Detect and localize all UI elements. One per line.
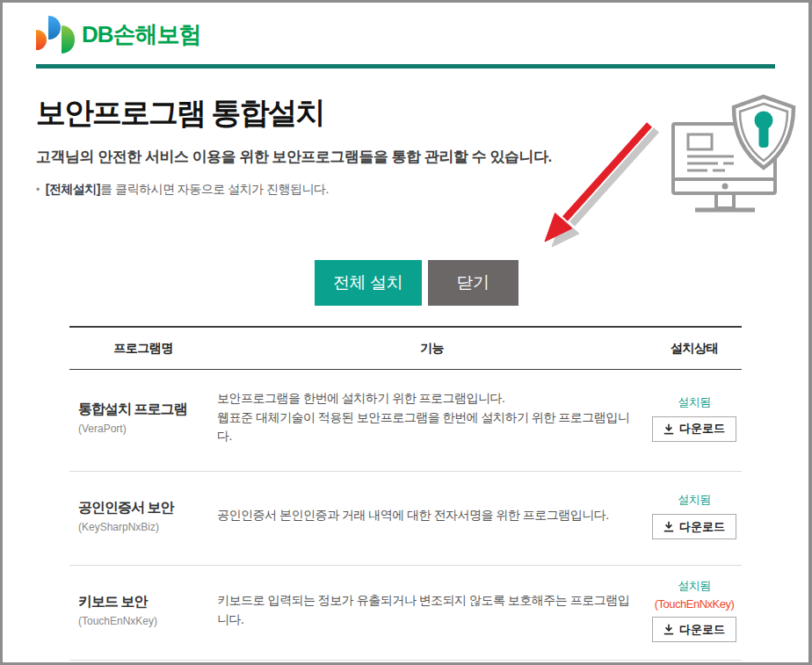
program-function-cell: 공인인증서 본인인증과 거래 내역에 대한 전자서명을 위한 프로그램입니다. <box>217 506 647 525</box>
column-header-program-name: 프로그램명 <box>69 341 217 357</box>
program-description-line: 웹표준 대체기술이 적용된 보안프로그램을 한번에 설치하기 위한 프로그램입니… <box>217 408 636 446</box>
action-buttons: 전체 설치 닫기 <box>36 260 775 306</box>
table-header-row: 프로그램명 기능 설치상태 <box>69 328 742 370</box>
install-status-cell: 설치됨 다운로드 <box>647 492 742 539</box>
header: DB손해보험 <box>3 3 808 69</box>
program-description-line: 키보드로 입력되는 정보가 유출되거나 변조되지 않도록 보호해주는 프로그램입… <box>217 591 636 629</box>
program-name-cell: 통합설치 프로그램 (VeraPort) <box>69 401 217 435</box>
download-icon <box>663 423 674 435</box>
status-note: (TouchEnNxKey) <box>655 597 735 611</box>
program-code: (TouchEnNxKey) <box>78 615 217 627</box>
install-all-button[interactable]: 전체 설치 <box>315 260 422 306</box>
status-badge: 설치됨 <box>678 578 711 594</box>
column-header-install-status: 설치상태 <box>647 341 742 357</box>
header-divider <box>36 64 775 69</box>
program-name-cell: 공인인증서 보안 (KeySharpNxBiz) <box>69 499 217 533</box>
program-function-cell: 보안프로그램을 한번에 설치하기 위한 프로그램입니다. 웹표준 대체기술이 적… <box>217 389 647 446</box>
download-button[interactable]: 다운로드 <box>652 416 736 442</box>
download-icon <box>663 521 674 532</box>
program-name: 공인인증서 보안 <box>78 499 217 517</box>
program-function-cell: 키보드로 입력되는 정보가 유출되거나 변조되지 않도록 보호해주는 프로그램입… <box>217 591 647 629</box>
install-note-item: [전체설치]를 클릭하시면 자동으로 설치가 진행됩니다. <box>36 182 775 198</box>
program-description-line: 보안프로그램을 한번에 설치하기 위한 프로그램입니다. <box>217 389 636 408</box>
db-insurance-logo: DB손해보험 <box>36 15 775 54</box>
install-status-cell: 설치됨 다운로드 <box>647 394 742 442</box>
program-name: 통합설치 프로그램 <box>78 401 217 419</box>
install-note-text: 를 클릭하시면 자동으로 설치가 진행됩니다. <box>100 182 329 196</box>
install-status-cell: 설치됨 (TouchEnNxKey) 다운로드 <box>647 578 742 642</box>
logo-text: DB손해보험 <box>82 19 201 50</box>
page-title: 보안프로그램 통합설치 <box>36 93 775 134</box>
main-content: 보안프로그램 통합설치 고객님의 안전한 서비스 이용을 위한 보안프로그램들을… <box>3 93 808 661</box>
program-table: 프로그램명 기능 설치상태 통합설치 프로그램 (VeraPort) 보안프로그… <box>69 326 742 661</box>
table-row: 통합설치 프로그램 (VeraPort) 보안프로그램을 한번에 설치하기 위한… <box>69 370 742 472</box>
status-badge: 설치됨 <box>678 394 711 410</box>
program-name: 키보드 보안 <box>78 593 217 611</box>
security-install-window: DB손해보험 보안프로그램 통합설치 고객님의 안전한 서비스 이용을 위한 보… <box>0 0 812 665</box>
table-row: 키보드 보안 (TouchEnNxKey) 키보드로 입력되는 정보가 유출되거… <box>69 566 742 661</box>
install-note-highlight: [전체설치] <box>46 182 100 196</box>
program-description-line: 공인인증서 본인인증과 거래 내역에 대한 전자서명을 위한 프로그램입니다. <box>217 506 636 525</box>
install-note: [전체설치]를 클릭하시면 자동으로 설치가 진행됩니다. <box>36 182 775 198</box>
page-subtitle: 고객님의 안전한 서비스 이용을 위한 보안프로그램들을 통합 관리할 수 있습… <box>36 147 775 167</box>
column-header-function: 기능 <box>217 341 647 357</box>
db-logo-icon <box>36 15 78 54</box>
program-code: (VeraPort) <box>78 423 217 435</box>
program-code: (KeySharpNxBiz) <box>78 521 217 533</box>
download-button[interactable]: 다운로드 <box>652 514 736 539</box>
table-row: 공인인증서 보안 (KeySharpNxBiz) 공인인증서 본인인증과 거래 … <box>69 472 742 566</box>
download-icon <box>663 624 674 635</box>
download-button[interactable]: 다운로드 <box>652 617 736 642</box>
status-badge: 설치됨 <box>678 492 711 508</box>
close-button[interactable]: 닫기 <box>428 260 518 306</box>
program-name-cell: 키보드 보안 (TouchEnNxKey) <box>69 593 217 627</box>
